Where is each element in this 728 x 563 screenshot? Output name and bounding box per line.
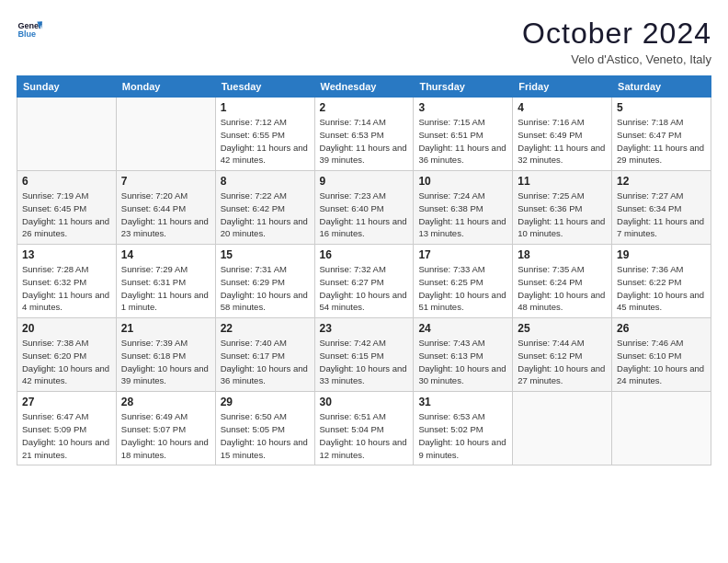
day-detail: Sunrise: 6:51 AM Sunset: 5:04 PM Dayligh… [320, 410, 409, 461]
table-row: 9Sunrise: 7:23 AM Sunset: 6:40 PM Daylig… [314, 171, 414, 245]
table-row: 31Sunrise: 6:53 AM Sunset: 5:02 PM Dayli… [414, 392, 513, 465]
table-row: 7Sunrise: 7:20 AM Sunset: 6:44 PM Daylig… [116, 171, 215, 245]
location: Velo d'Astico, Veneto, Italy [522, 52, 711, 66]
table-row [116, 98, 215, 171]
table-row: 3Sunrise: 7:15 AM Sunset: 6:51 PM Daylig… [414, 98, 513, 171]
calendar-week-1: 1Sunrise: 7:12 AM Sunset: 6:55 PM Daylig… [17, 98, 711, 171]
day-detail: Sunrise: 7:27 AM Sunset: 6:34 PM Dayligh… [617, 190, 706, 240]
table-row [513, 392, 612, 465]
table-row: 10Sunrise: 7:24 AM Sunset: 6:38 PM Dayli… [414, 171, 513, 245]
logo: General Blue [17, 17, 42, 42]
table-row: 4Sunrise: 7:16 AM Sunset: 6:49 PM Daylig… [513, 98, 612, 171]
calendar-week-2: 6Sunrise: 7:19 AM Sunset: 6:45 PM Daylig… [17, 171, 711, 245]
day-number: 1 [221, 101, 310, 114]
day-detail: Sunrise: 7:20 AM Sunset: 6:44 PM Dayligh… [121, 190, 210, 240]
day-number: 20 [22, 322, 111, 335]
header-friday: Friday [513, 76, 612, 98]
day-number: 17 [418, 248, 507, 261]
day-number: 28 [121, 396, 210, 408]
day-number: 25 [518, 322, 607, 335]
day-number: 7 [121, 175, 210, 188]
day-detail: Sunrise: 6:49 AM Sunset: 5:07 PM Dayligh… [121, 410, 210, 461]
day-number: 27 [22, 396, 111, 408]
day-number: 2 [320, 101, 409, 114]
day-detail: Sunrise: 7:12 AM Sunset: 6:55 PM Dayligh… [221, 116, 310, 167]
day-detail: Sunrise: 7:22 AM Sunset: 6:42 PM Dayligh… [221, 190, 310, 240]
day-detail: Sunrise: 7:25 AM Sunset: 6:36 PM Dayligh… [518, 190, 607, 240]
day-detail: Sunrise: 7:33 AM Sunset: 6:25 PM Dayligh… [418, 263, 507, 314]
table-row: 1Sunrise: 7:12 AM Sunset: 6:55 PM Daylig… [215, 98, 314, 171]
day-number: 4 [518, 101, 607, 114]
calendar-week-4: 20Sunrise: 7:38 AM Sunset: 6:20 PM Dayli… [17, 318, 711, 392]
header-wednesday: Wednesday [314, 76, 414, 98]
day-detail: Sunrise: 6:53 AM Sunset: 5:02 PM Dayligh… [418, 410, 507, 461]
title-block: October 2024 Velo d'Astico, Veneto, Ital… [522, 17, 711, 66]
table-row: 13Sunrise: 7:28 AM Sunset: 6:32 PM Dayli… [17, 245, 117, 318]
table-row: 21Sunrise: 7:39 AM Sunset: 6:18 PM Dayli… [116, 318, 215, 392]
table-row: 18Sunrise: 7:35 AM Sunset: 6:24 PM Dayli… [513, 245, 612, 318]
table-row [612, 392, 711, 465]
table-row: 8Sunrise: 7:22 AM Sunset: 6:42 PM Daylig… [215, 171, 314, 245]
table-row: 5Sunrise: 7:18 AM Sunset: 6:47 PM Daylig… [612, 98, 711, 171]
table-row: 23Sunrise: 7:42 AM Sunset: 6:15 PM Dayli… [314, 318, 414, 392]
day-detail: Sunrise: 7:23 AM Sunset: 6:40 PM Dayligh… [320, 190, 409, 240]
day-detail: Sunrise: 7:29 AM Sunset: 6:31 PM Dayligh… [121, 263, 210, 314]
day-number: 22 [221, 322, 310, 335]
day-number: 12 [617, 175, 706, 188]
day-number: 6 [22, 175, 111, 188]
header-tuesday: Tuesday [215, 76, 314, 98]
day-detail: Sunrise: 7:32 AM Sunset: 6:27 PM Dayligh… [320, 263, 409, 314]
day-number: 11 [518, 175, 607, 188]
day-detail: Sunrise: 7:24 AM Sunset: 6:38 PM Dayligh… [418, 190, 507, 240]
day-detail: Sunrise: 7:44 AM Sunset: 6:12 PM Dayligh… [518, 337, 607, 387]
day-detail: Sunrise: 7:35 AM Sunset: 6:24 PM Dayligh… [518, 263, 607, 314]
calendar-week-5: 27Sunrise: 6:47 AM Sunset: 5:09 PM Dayli… [17, 392, 711, 465]
day-detail: Sunrise: 7:43 AM Sunset: 6:13 PM Dayligh… [418, 337, 507, 387]
svg-text:Blue: Blue [17, 29, 36, 39]
day-number: 26 [617, 322, 706, 335]
table-row: 15Sunrise: 7:31 AM Sunset: 6:29 PM Dayli… [215, 245, 314, 318]
day-detail: Sunrise: 7:38 AM Sunset: 6:20 PM Dayligh… [22, 337, 111, 387]
day-number: 29 [221, 396, 310, 408]
table-row: 27Sunrise: 6:47 AM Sunset: 5:09 PM Dayli… [17, 392, 117, 465]
header-saturday: Saturday [612, 76, 711, 98]
day-number: 16 [320, 248, 409, 261]
calendar-header-row: Sunday Monday Tuesday Wednesday Thursday… [17, 76, 711, 98]
day-number: 15 [221, 248, 310, 261]
day-detail: Sunrise: 7:19 AM Sunset: 6:45 PM Dayligh… [22, 190, 111, 240]
table-row: 29Sunrise: 6:50 AM Sunset: 5:05 PM Dayli… [215, 392, 314, 465]
day-detail: Sunrise: 6:47 AM Sunset: 5:09 PM Dayligh… [22, 410, 111, 461]
table-row: 24Sunrise: 7:43 AM Sunset: 6:13 PM Dayli… [414, 318, 513, 392]
day-number: 31 [418, 396, 507, 408]
day-detail: Sunrise: 7:16 AM Sunset: 6:49 PM Dayligh… [518, 116, 607, 167]
month-title: October 2024 [522, 17, 711, 51]
table-row: 2Sunrise: 7:14 AM Sunset: 6:53 PM Daylig… [314, 98, 414, 171]
day-number: 30 [320, 396, 409, 408]
table-row: 17Sunrise: 7:33 AM Sunset: 6:25 PM Dayli… [414, 245, 513, 318]
day-detail: Sunrise: 7:18 AM Sunset: 6:47 PM Dayligh… [617, 116, 706, 167]
day-detail: Sunrise: 6:50 AM Sunset: 5:05 PM Dayligh… [221, 410, 310, 461]
day-number: 14 [121, 248, 210, 261]
table-row [17, 98, 117, 171]
table-row: 26Sunrise: 7:46 AM Sunset: 6:10 PM Dayli… [612, 318, 711, 392]
header-thursday: Thursday [414, 76, 513, 98]
table-row: 16Sunrise: 7:32 AM Sunset: 6:27 PM Dayli… [314, 245, 414, 318]
table-row: 20Sunrise: 7:38 AM Sunset: 6:20 PM Dayli… [17, 318, 117, 392]
day-number: 18 [518, 248, 607, 261]
table-row: 12Sunrise: 7:27 AM Sunset: 6:34 PM Dayli… [612, 171, 711, 245]
day-detail: Sunrise: 7:28 AM Sunset: 6:32 PM Dayligh… [22, 263, 111, 314]
table-row: 30Sunrise: 6:51 AM Sunset: 5:04 PM Dayli… [314, 392, 414, 465]
day-number: 9 [320, 175, 409, 188]
day-detail: Sunrise: 7:46 AM Sunset: 6:10 PM Dayligh… [617, 337, 706, 387]
day-detail: Sunrise: 7:31 AM Sunset: 6:29 PM Dayligh… [221, 263, 310, 314]
header-sunday: Sunday [17, 76, 117, 98]
day-number: 8 [221, 175, 310, 188]
day-number: 10 [418, 175, 507, 188]
table-row: 25Sunrise: 7:44 AM Sunset: 6:12 PM Dayli… [513, 318, 612, 392]
day-detail: Sunrise: 7:42 AM Sunset: 6:15 PM Dayligh… [320, 337, 409, 387]
day-detail: Sunrise: 7:39 AM Sunset: 6:18 PM Dayligh… [121, 337, 210, 387]
day-number: 5 [617, 101, 706, 114]
table-row: 14Sunrise: 7:29 AM Sunset: 6:31 PM Dayli… [116, 245, 215, 318]
page-header: General Blue October 2024 Velo d'Astico,… [17, 17, 711, 66]
table-row: 11Sunrise: 7:25 AM Sunset: 6:36 PM Dayli… [513, 171, 612, 245]
